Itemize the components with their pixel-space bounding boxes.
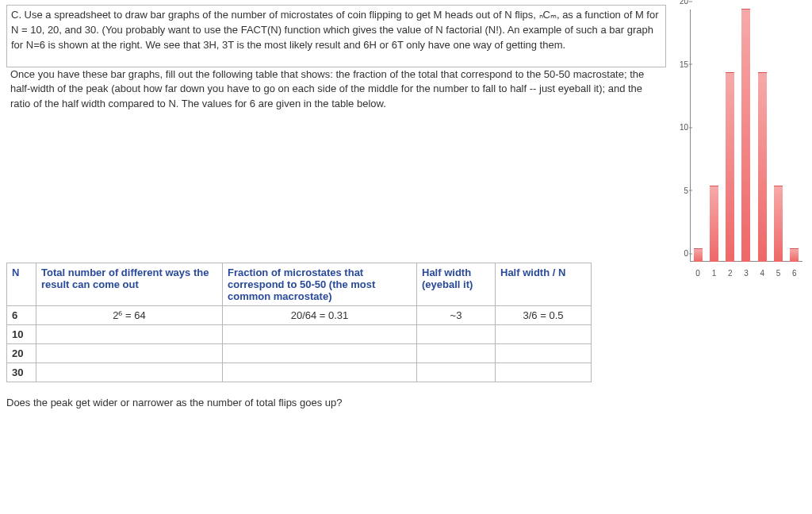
- plot-area: [690, 10, 802, 262]
- x-tick: 6: [790, 269, 799, 278]
- y-tick: 0: [668, 249, 688, 258]
- cell-ratio[interactable]: [496, 325, 592, 344]
- table-row: 30: [7, 363, 592, 382]
- cell-total[interactable]: [36, 325, 223, 344]
- cell-fraction[interactable]: [223, 344, 417, 363]
- table-row: 6 2⁶ = 64 20/64 = 0.31 ~3 3/6 = 0.5: [7, 306, 592, 325]
- cell-total: 2⁶ = 64: [36, 306, 223, 325]
- cell-halfwidth[interactable]: [417, 325, 496, 344]
- th-ratio: Half width / N: [496, 263, 592, 306]
- cell-halfwidth[interactable]: [417, 363, 496, 382]
- x-tick: 1: [710, 269, 718, 278]
- x-tick: 0: [694, 269, 703, 278]
- cell-halfwidth: ~3: [417, 306, 496, 325]
- x-tick: 5: [774, 269, 783, 278]
- table-row: 20: [7, 344, 592, 363]
- y-tick: 15: [668, 59, 688, 68]
- cell-n: 6: [7, 306, 36, 325]
- bar: [726, 72, 734, 263]
- cell-total[interactable]: [36, 363, 223, 382]
- data-table: N Total number of different ways the res…: [6, 263, 592, 382]
- y-axis: 05101520: [668, 10, 688, 262]
- table-row: 10: [7, 325, 592, 344]
- cell-halfwidth[interactable]: [417, 344, 496, 363]
- followup-question: Does the peak get wider or narrower as t…: [6, 397, 806, 409]
- y-tick: 20: [668, 0, 688, 6]
- x-axis: 0123456: [690, 269, 802, 278]
- cell-n: 20: [7, 344, 36, 363]
- cell-fraction: 20/64 = 0.31: [223, 306, 417, 325]
- y-tick: 10: [668, 123, 688, 132]
- cell-fraction[interactable]: [223, 325, 417, 344]
- cell-total[interactable]: [36, 344, 223, 363]
- bar-chart: 05101520 0123456: [668, 3, 807, 286]
- x-tick: 2: [726, 269, 734, 278]
- paragraph-1: C. Use a spreadsheet to draw bar graphs …: [11, 8, 661, 53]
- x-tick: 3: [741, 269, 750, 278]
- bar: [790, 248, 799, 262]
- bar: [694, 248, 703, 262]
- cell-n: 10: [7, 325, 36, 344]
- paragraph-2: Once you have these bar graphs, fill out…: [6, 67, 666, 113]
- y-tick: 5: [668, 186, 688, 194]
- th-total: Total number of different ways the resul…: [36, 263, 223, 306]
- th-n: N: [7, 263, 36, 306]
- x-tick: 4: [758, 269, 767, 278]
- cell-n: 30: [7, 363, 36, 382]
- th-halfwidth: Half width (eyeball it): [417, 263, 496, 306]
- cell-fraction[interactable]: [223, 363, 417, 382]
- bar: [710, 186, 718, 262]
- bar: [741, 9, 750, 262]
- cell-ratio[interactable]: [496, 363, 592, 382]
- cell-ratio[interactable]: [496, 344, 592, 363]
- intro-box: C. Use a spreadsheet to draw bar graphs …: [6, 5, 666, 67]
- bar: [758, 72, 767, 263]
- cell-ratio: 3/6 = 0.5: [496, 306, 592, 325]
- th-fraction: Fraction of microstates that correspond …: [223, 263, 417, 306]
- bar: [774, 186, 783, 262]
